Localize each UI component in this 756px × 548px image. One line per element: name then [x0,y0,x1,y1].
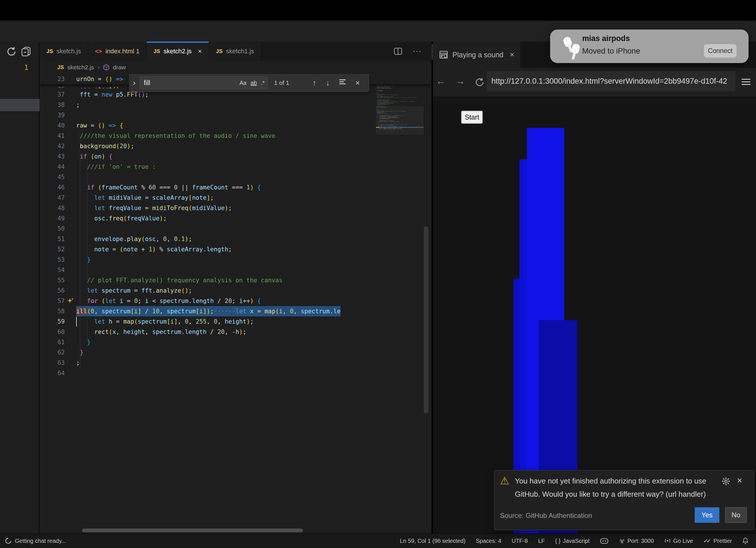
code-line-45: 45 [40,172,377,182]
yes-button[interactable]: Yes [695,507,719,523]
github-message-line2: GitHub. Would you like to try a differen… [515,490,706,499]
double-check-icon: ✓✓ [703,537,710,544]
code-line-42: 42 background(20); [40,141,377,151]
editor-tab-sketch2-js[interactable]: JSsketch2.js× [147,42,209,61]
code-line-64: 64 [40,368,377,378]
breadcrumb[interactable]: JS sketch2.js › draw [40,61,432,74]
minimap-slider[interactable] [376,106,424,135]
panel-url-field[interactable]: http://127.0.0.1:3000/index.html?serverW… [487,71,735,91]
status-prettier-label: Prettier [714,538,732,544]
find-next-icon[interactable]: ↓ [326,78,330,87]
code-line-54: 54 [40,265,377,275]
panel-reload-icon[interactable] [474,77,485,88]
tab-label: sketch.js [56,48,81,55]
editor-tab-sketch-js[interactable]: JSsketch.js [40,42,88,61]
start-button[interactable]: Start [461,111,483,124]
more-actions-icon[interactable]: ··· [413,47,422,56]
refresh-icon[interactable] [6,46,17,57]
find-close-icon[interactable]: × [355,78,360,87]
code-line-48: 48 let freqValue = midiToFreq(midiValue)… [40,203,377,213]
code-line-50: 50 [40,223,377,234]
html-file-icon: <> [95,48,102,55]
code-line-55: 55 // plot FFT.analyze() frequency analy… [40,275,377,286]
breadcrumb-file[interactable]: sketch2.js [67,64,94,71]
tab-label: sketch2.js [164,48,192,55]
loading-spinner-icon [5,538,11,544]
code-line-61: 61 } [40,337,377,347]
browser-preview-icon [439,51,448,59]
code-line-43: 43 if (on) { [40,151,377,162]
panel-tab-label: Playing a sound [452,51,503,59]
github-auth-notification: ⚠ You have not yet finished authorizing … [494,470,754,530]
js-file-icon: JS [57,64,64,70]
braces-icon: { } [555,538,560,544]
panel-forward-icon[interactable]: → [455,75,465,87]
no-button[interactable]: No [725,507,747,523]
status-port-label: Port: 3000 [627,538,654,544]
broadcast-icon [664,538,671,544]
connect-button[interactable]: Connect [704,44,737,58]
code-line-41: 41 ////the visual representation of the … [40,131,377,141]
panel-menu-icon[interactable] [742,77,750,87]
find-widget: › fill Aa ab .* 1 of 1 ↑ ↓ × [129,74,369,92]
js-file-icon: JS [153,48,160,54]
code-line-59: 59 let h = map(spectrum[i], 0, 255, 0, h… [40,317,377,327]
find-in-selection-icon[interactable] [339,78,346,87]
panel-nav-bar: ← → http://127.0.0.1:3000/index.html?ser… [433,68,756,97]
code-line-52: 52 note = (note + 1) % scaleArray.length… [40,244,377,254]
tab-close-icon[interactable]: × [198,47,202,55]
code-line-63: 63; [40,358,377,368]
code-line-49: 49 osc.freq(freqValue); [40,213,377,223]
whole-word-icon[interactable]: ab [251,80,257,86]
screen: ← → P5 Sound Synthesis ⌄ 1 JSsketch.js<>… [0,0,756,548]
split-editor-icon[interactable] [394,48,402,55]
code-line-58: 58ill(0, spectrum[i] / 10, spectrum[i]);… [40,306,377,317]
airpods-icon [554,31,580,60]
status-chat-progress[interactable]: Getting chat ready... [0,538,66,544]
tab-label: index.html 1 [105,48,139,55]
status-go-live[interactable]: Go Live [664,538,693,544]
code-action-sparkle-icon[interactable] [67,297,74,306]
code-line-38: 38; [40,100,377,110]
text-cursor [76,317,77,327]
status-encoding[interactable]: UTF-8 [511,538,528,544]
match-case-icon[interactable]: Aa [239,80,246,86]
status-indentation[interactable]: Spaces: 4 [476,538,501,544]
status-port[interactable]: Port: 3000 [619,538,654,544]
regex-icon[interactable]: .* [261,80,265,86]
airpods-title: mias airpods [582,34,630,43]
status-language[interactable]: { }JavaScript [555,538,589,544]
vertical-scrollbar[interactable] [424,227,428,413]
bell-icon[interactable] [742,537,749,544]
panel-back-icon[interactable]: ← [436,75,446,87]
pages-icon[interactable] [20,46,31,57]
js-file-icon: JS [46,48,53,54]
editor-tab-index-html-1[interactable]: <>index.html 1 [88,42,147,61]
find-query[interactable]: fill [144,79,235,87]
code-line-53: 53 } [40,254,377,265]
mini-editor-strip: 1 [0,42,40,533]
horizontal-scrollbar[interactable] [82,529,303,532]
radio-tower-icon [619,538,625,544]
gear-icon[interactable] [721,477,731,486]
code-line-51: 51 envelope.play(osc, 0, 0.1); [40,234,377,244]
panel-tab-close-icon[interactable]: × [510,50,514,59]
code-line-44: 44 ///if 'on' = true : [40,162,377,172]
code-editor[interactable]: 23urnOn = () => 36 osc.start(); 37 fft =… [40,74,432,533]
status-eol[interactable]: LF [538,538,545,544]
panel-url-text: http://127.0.0.1:3000/index.html?serverW… [491,77,727,86]
find-replace-toggle-icon[interactable]: › [133,78,135,87]
find-input[interactable]: fill Aa ab .* [139,76,268,89]
code-line-40: 40raw = () => { [40,120,377,131]
find-previous-icon[interactable]: ↑ [312,78,316,87]
code-line-39: 39 [40,110,377,120]
panel-tab-playing-a-sound[interactable]: Playing a sound × [433,42,520,68]
github-message-line1: You have not yet finished authorizing th… [515,477,706,486]
code-line-56: 56 let spectrum = fft.analyze(); [40,286,377,296]
copilot-icon[interactable] [600,537,609,544]
editor-tab-sketch1-js[interactable]: JSsketch1.js [209,42,261,61]
notification-close-icon[interactable]: × [737,476,742,485]
status-cursor-position[interactable]: Ln 59, Col 1 (96 selected) [400,538,465,544]
breadcrumb-symbol[interactable]: draw [113,64,126,71]
status-prettier[interactable]: ✓✓ Prettier [703,537,732,544]
